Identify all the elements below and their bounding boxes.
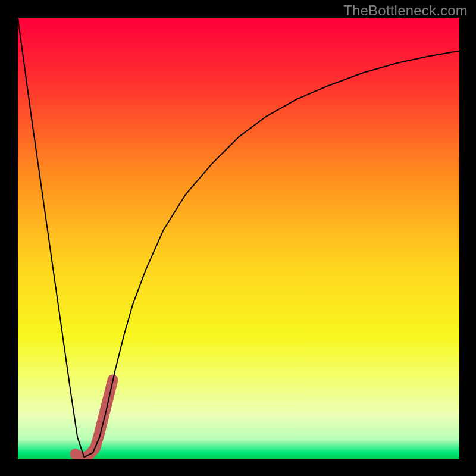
chart-frame: TheBottleneck.com [0, 0, 476, 476]
chart-plot [18, 18, 459, 459]
watermark-text: TheBottleneck.com [343, 2, 468, 19]
gradient-background [18, 18, 459, 459]
